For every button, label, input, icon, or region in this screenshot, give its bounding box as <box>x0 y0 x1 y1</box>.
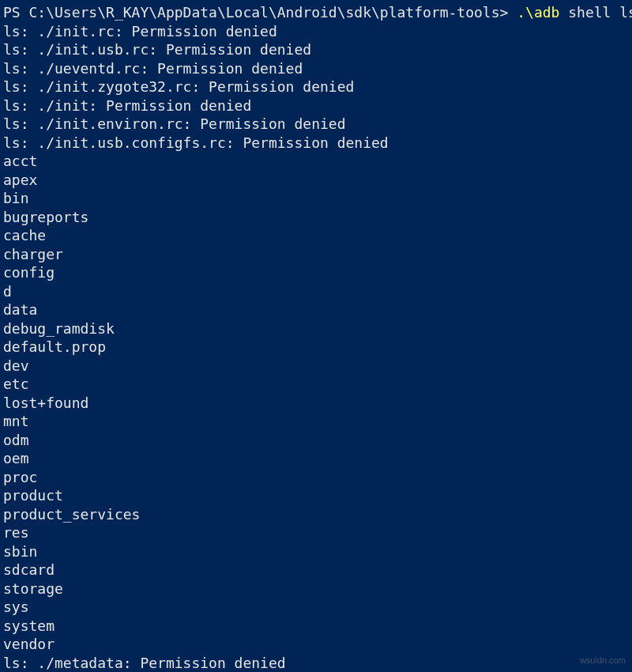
output-entry: product_services <box>3 505 627 524</box>
output-entry: oem <box>3 449 627 468</box>
output-error: ls: ./init.environ.rc: Permission denied <box>3 115 627 134</box>
output-entry: dev <box>3 357 627 376</box>
output-entry: config <box>3 263 627 282</box>
output-error: ls: ./ueventd.rc: Permission denied <box>3 59 627 78</box>
prompt-separator: > <box>500 4 517 21</box>
command-args: shell ls <box>559 4 632 21</box>
prompt-prefix: PS <box>3 4 29 21</box>
output-entry: apex <box>3 171 627 190</box>
output-entry: bin <box>3 189 627 208</box>
output-entry: sys <box>3 598 627 617</box>
output-entry: charger <box>3 245 627 264</box>
output-entry: acct <box>3 152 627 171</box>
output-entry: odm <box>3 431 627 450</box>
output-entry: d <box>3 282 627 301</box>
output-entry: proc <box>3 468 627 487</box>
output-error: ls: ./init.usb.rc: Permission denied <box>3 40 627 59</box>
output-error: ls: ./init: Permission denied <box>3 96 627 115</box>
output-entry: system <box>3 617 627 636</box>
output-entry: vendor <box>3 635 627 654</box>
output-error: ls: ./init.rc: Permission denied <box>3 22 627 41</box>
output-entry: storage <box>3 580 627 598</box>
output-entry: sbin <box>3 542 627 561</box>
output-error: ls: ./metadata: Permission denied <box>3 654 627 673</box>
powershell-terminal[interactable]: PS C:\Users\R_KAY\AppData\Local\Android\… <box>0 0 632 672</box>
output-entry: res <box>3 523 627 542</box>
output-entry: data <box>3 300 627 319</box>
watermark: wsuidn.com <box>580 651 626 670</box>
output-entry: lost+found <box>3 394 627 413</box>
output-entry: default.prop <box>3 338 627 357</box>
output-entry: etc <box>3 375 627 394</box>
output-entry: cache <box>3 226 627 245</box>
output-entry: bugreports <box>3 208 627 227</box>
output-error: ls: ./init.usb.configfs.rc: Permission d… <box>3 134 627 153</box>
output-error: ls: ./init.zygote32.rc: Permission denie… <box>3 77 627 96</box>
prompt-path: C:\Users\R_KAY\AppData\Local\Android\sdk… <box>29 4 500 21</box>
output-entry: product <box>3 486 627 505</box>
output-entry: mnt <box>3 412 627 431</box>
prompt-line-1: PS C:\Users\R_KAY\AppData\Local\Android\… <box>3 3 627 22</box>
command-exe: .\adb <box>517 4 559 21</box>
output-entry: sdcard <box>3 561 627 580</box>
output-entry: debug_ramdisk <box>3 319 627 338</box>
